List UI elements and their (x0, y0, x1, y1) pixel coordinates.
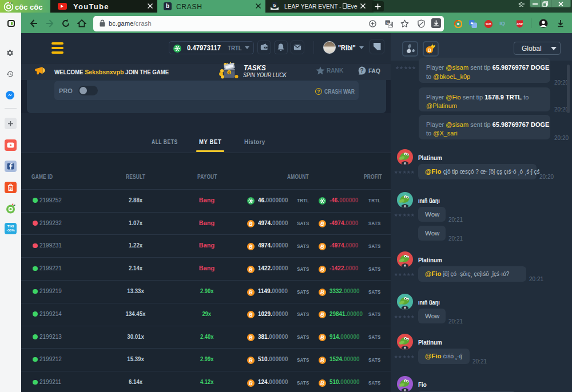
svg-text:G: G (386, 21, 389, 24)
svg-text:ABP: ABP (517, 22, 523, 26)
svg-text:S: S (9, 186, 12, 190)
svg-text:b: b (273, 3, 276, 8)
svg-text:B: B (428, 47, 431, 53)
svg-text:?: ? (360, 67, 364, 74)
